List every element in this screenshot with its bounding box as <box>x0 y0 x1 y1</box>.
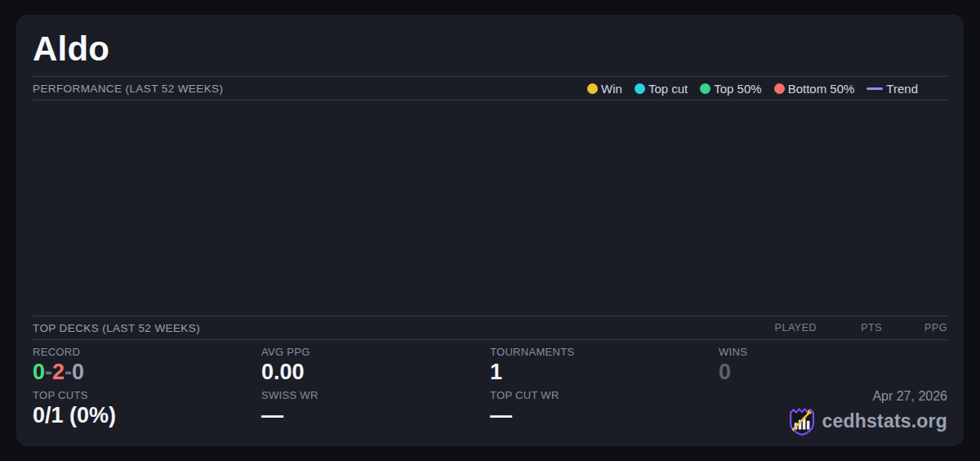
bottom-50-dot-icon <box>774 83 785 94</box>
tournaments-value: 1 <box>490 360 719 385</box>
record-separator: - <box>45 360 52 384</box>
screen-background: Aldo PERFORMANCE (LAST 52 WEEKS) Win Top… <box>0 0 980 461</box>
avg-ppg-value: 0.00 <box>261 360 490 385</box>
stat-tournaments: TOURNAMENTS 1 <box>490 346 719 385</box>
win-dot-icon <box>587 83 598 94</box>
column-header-played: PLAYED <box>751 322 817 333</box>
top-cut-wr-value: — <box>490 404 719 428</box>
record-wins: 0 <box>33 360 45 384</box>
stat-avg-ppg: AVG PPG 0.00 <box>261 346 490 385</box>
legend-item-top-50: Top 50% <box>700 82 761 96</box>
top-50-dot-icon <box>700 83 710 94</box>
swiss-wr-value: — <box>261 404 490 428</box>
legend-label: Win <box>601 82 622 96</box>
legend-label: Top cut <box>648 82 688 96</box>
stat-label: TOURNAMENTS <box>490 346 719 358</box>
top-decks-column-headers: PLAYED PTS PPG <box>751 322 947 333</box>
column-header-pts: PTS <box>817 322 882 333</box>
top-cuts-value: 0/1 (0%) <box>33 404 261 428</box>
record-separator: - <box>65 360 72 384</box>
legend-item-top-cut: Top cut <box>635 82 688 96</box>
performance-section-header: PERFORMANCE (LAST 52 WEEKS) Win Top cut … <box>33 76 947 101</box>
top-decks-section-header: TOP DECKS (LAST 52 WEEKS) PLAYED PTS PPG <box>33 316 947 340</box>
stat-label: AVG PPG <box>261 346 490 358</box>
legend-label: Trend <box>886 82 918 96</box>
stat-top-cuts: TOP CUTS 0/1 (0%) <box>33 389 261 436</box>
legend-label: Bottom 50% <box>788 82 855 96</box>
stat-label: TOP CUT WR <box>490 389 719 401</box>
report-date: Apr 27, 2026 <box>872 389 947 404</box>
top-decks-heading: TOP DECKS (LAST 52 WEEKS) <box>33 322 200 334</box>
stat-swiss-wr: SWISS WR — <box>261 389 490 436</box>
top-cut-dot-icon <box>635 83 645 94</box>
wins-value: 0 <box>719 360 947 385</box>
legend-item-bottom-50: Bottom 50% <box>774 82 855 96</box>
record-value: 0-2-0 <box>33 360 261 385</box>
stat-label: SWISS WR <box>261 389 490 401</box>
cedhstats-shield-logo-icon <box>788 406 816 436</box>
stat-label: RECORD <box>33 346 261 358</box>
trend-line-icon <box>866 87 883 90</box>
stat-label: TOP CUTS <box>33 389 261 401</box>
legend-item-win: Win <box>587 82 622 96</box>
record-draws: 0 <box>72 360 84 384</box>
stat-top-cut-wr: TOP CUT WR — <box>490 389 719 436</box>
brand-row: cedhstats.org <box>788 406 947 436</box>
footer-branding: Apr 27, 2026 cedhstats.org <box>719 389 947 436</box>
legend-item-trend: Trend <box>866 82 918 96</box>
page-title: Aldo <box>33 29 947 68</box>
performance-heading: PERFORMANCE (LAST 52 WEEKS) <box>33 83 223 95</box>
chart-legend: Win Top cut Top 50% Bottom 50% Trend <box>587 82 918 96</box>
stats-grid: RECORD 0-2-0 AVG PPG 0.00 TOURNAMENTS 1 … <box>33 340 947 436</box>
stat-wins: WINS 0 <box>719 346 947 385</box>
column-header-ppg: PPG <box>882 322 947 333</box>
brand-name: cedhstats.org <box>822 410 947 432</box>
legend-label: Top 50% <box>714 82 761 96</box>
performance-chart-empty <box>33 101 947 316</box>
stat-record: RECORD 0-2-0 <box>33 346 261 385</box>
record-losses: 2 <box>52 360 65 384</box>
player-stats-card: Aldo PERFORMANCE (LAST 52 WEEKS) Win Top… <box>16 15 964 446</box>
stat-label: WINS <box>719 346 947 358</box>
